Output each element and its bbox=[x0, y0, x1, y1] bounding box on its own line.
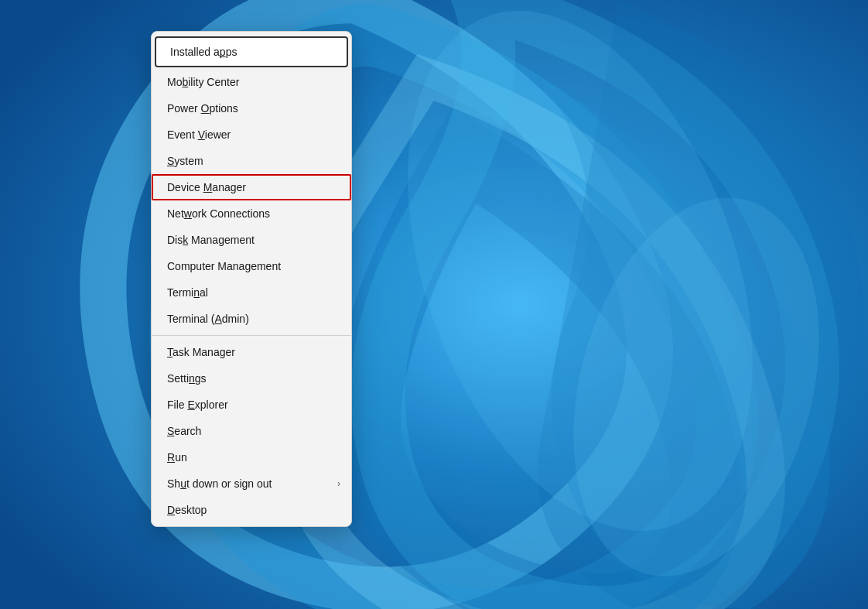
menu-item-task-manager[interactable]: Task Manager bbox=[152, 339, 351, 365]
menu-item-shut-down[interactable]: Shut down or sign out › bbox=[152, 470, 351, 497]
menu-item-run[interactable]: Run bbox=[152, 444, 351, 470]
menu-item-search[interactable]: Search bbox=[152, 418, 351, 444]
menu-separator-1 bbox=[152, 335, 351, 336]
menu-item-event-viewer[interactable]: Event Viewer bbox=[152, 121, 351, 148]
menu-item-terminal-admin[interactable]: Terminal (Admin) bbox=[152, 306, 351, 332]
menu-item-disk-management[interactable]: Disk Management bbox=[152, 227, 351, 253]
menu-item-device-manager[interactable]: Device Manager bbox=[152, 174, 351, 200]
menu-item-computer-management[interactable]: Computer Management bbox=[152, 253, 351, 279]
menu-item-installed-apps[interactable]: Installed apps bbox=[155, 36, 348, 67]
menu-item-file-explorer[interactable]: File Explorer bbox=[152, 392, 351, 418]
submenu-arrow-icon: › bbox=[337, 478, 340, 489]
wallpaper-swirl bbox=[0, 0, 868, 609]
menu-item-system[interactable]: System bbox=[152, 148, 351, 174]
menu-item-power-options[interactable]: Power Options bbox=[152, 95, 351, 121]
menu-item-mobility-center[interactable]: Mobility Center bbox=[152, 69, 351, 95]
menu-item-desktop[interactable]: Desktop bbox=[152, 497, 351, 523]
context-menu: Installed apps Mobility Center Power Opt… bbox=[151, 31, 352, 527]
menu-item-settings[interactable]: Settings bbox=[152, 365, 351, 392]
desktop-background bbox=[0, 0, 868, 609]
menu-item-terminal[interactable]: Terminal bbox=[152, 279, 351, 306]
menu-item-network-connections[interactable]: Network Connections bbox=[152, 200, 351, 227]
